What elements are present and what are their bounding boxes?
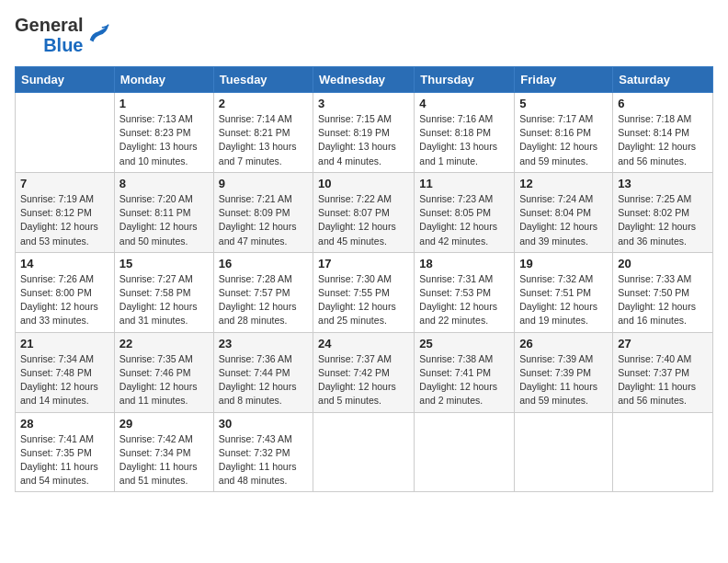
day-info: Sunrise: 7:18 AMSunset: 8:14 PMDaylight:… (618, 112, 708, 168)
day-info: Sunrise: 7:25 AMSunset: 8:02 PMDaylight:… (618, 192, 708, 248)
day-info: Sunrise: 7:42 AMSunset: 7:34 PMDaylight:… (119, 432, 209, 488)
calendar-cell (16, 93, 115, 173)
day-number: 18 (419, 257, 509, 270)
calendar-cell: 9Sunrise: 7:21 AMSunset: 8:09 PMDaylight… (213, 172, 313, 252)
day-info: Sunrise: 7:36 AMSunset: 7:44 PMDaylight:… (219, 352, 308, 408)
calendar-cell: 24Sunrise: 7:37 AMSunset: 7:42 PMDayligh… (313, 332, 415, 412)
day-number: 26 (519, 337, 608, 350)
day-info: Sunrise: 7:30 AMSunset: 7:55 PMDaylight:… (318, 272, 409, 328)
day-number: 30 (219, 417, 308, 431)
page-header: General Blue (15, 15, 713, 55)
day-number: 23 (219, 337, 308, 350)
calendar-cell: 25Sunrise: 7:38 AMSunset: 7:41 PMDayligh… (415, 332, 515, 412)
day-info: Sunrise: 7:21 AMSunset: 8:09 PMDaylight:… (219, 192, 308, 248)
calendar-cell (515, 412, 613, 492)
day-number: 4 (419, 97, 509, 110)
day-number: 28 (20, 417, 109, 431)
calendar-cell: 27Sunrise: 7:40 AMSunset: 7:37 PMDayligh… (613, 332, 713, 412)
calendar-cell: 29Sunrise: 7:42 AMSunset: 7:34 PMDayligh… (114, 412, 213, 492)
day-info: Sunrise: 7:27 AMSunset: 7:58 PMDaylight:… (119, 272, 209, 328)
day-number: 20 (618, 257, 708, 270)
day-number: 11 (419, 177, 509, 190)
weekday-header-wednesday: Wednesday (313, 67, 415, 93)
day-info: Sunrise: 7:22 AMSunset: 8:07 PMDaylight:… (318, 192, 409, 248)
day-number: 9 (219, 177, 308, 190)
day-number: 5 (519, 97, 608, 110)
day-number: 8 (119, 177, 209, 190)
day-number: 13 (618, 177, 708, 190)
calendar-cell: 15Sunrise: 7:27 AMSunset: 7:58 PMDayligh… (114, 252, 213, 332)
day-number: 25 (419, 337, 509, 350)
logo: General Blue (15, 15, 112, 55)
calendar-cell: 17Sunrise: 7:30 AMSunset: 7:55 PMDayligh… (313, 252, 415, 332)
day-number: 2 (219, 97, 308, 110)
weekday-header-friday: Friday (515, 67, 613, 93)
calendar-cell: 16Sunrise: 7:28 AMSunset: 7:57 PMDayligh… (213, 252, 313, 332)
logo-combined: General Blue (15, 15, 112, 55)
calendar-week-5: 28Sunrise: 7:41 AMSunset: 7:35 PMDayligh… (16, 412, 713, 492)
day-info: Sunrise: 7:33 AMSunset: 7:50 PMDaylight:… (618, 272, 708, 328)
calendar-cell: 3Sunrise: 7:15 AMSunset: 8:19 PMDaylight… (313, 93, 415, 173)
calendar-cell: 5Sunrise: 7:17 AMSunset: 8:16 PMDaylight… (515, 93, 613, 173)
weekday-header-thursday: Thursday (415, 67, 515, 93)
day-number: 24 (318, 337, 409, 350)
weekday-header-monday: Monday (114, 67, 213, 93)
calendar-week-2: 7Sunrise: 7:19 AMSunset: 8:12 PMDaylight… (16, 172, 713, 252)
calendar-cell: 19Sunrise: 7:32 AMSunset: 7:51 PMDayligh… (515, 252, 613, 332)
day-info: Sunrise: 7:24 AMSunset: 8:04 PMDaylight:… (519, 192, 608, 248)
day-info: Sunrise: 7:26 AMSunset: 8:00 PMDaylight:… (20, 272, 109, 328)
day-info: Sunrise: 7:32 AMSunset: 7:51 PMDaylight:… (519, 272, 608, 328)
calendar-cell: 8Sunrise: 7:20 AMSunset: 8:11 PMDaylight… (114, 172, 213, 252)
logo-general-text: General (15, 15, 83, 35)
weekday-header-row: SundayMondayTuesdayWednesdayThursdayFrid… (16, 67, 713, 93)
calendar-cell: 6Sunrise: 7:18 AMSunset: 8:14 PMDaylight… (613, 93, 713, 173)
day-number: 17 (318, 257, 409, 270)
day-number: 22 (119, 337, 209, 350)
weekday-header-saturday: Saturday (613, 67, 713, 93)
calendar-cell: 4Sunrise: 7:16 AMSunset: 8:18 PMDaylight… (415, 93, 515, 173)
day-number: 10 (318, 177, 409, 190)
day-info: Sunrise: 7:28 AMSunset: 7:57 PMDaylight:… (219, 272, 308, 328)
day-number: 16 (219, 257, 308, 270)
calendar-cell: 21Sunrise: 7:34 AMSunset: 7:48 PMDayligh… (16, 332, 115, 412)
calendar-cell: 12Sunrise: 7:24 AMSunset: 8:04 PMDayligh… (515, 172, 613, 252)
calendar-cell: 11Sunrise: 7:23 AMSunset: 8:05 PMDayligh… (415, 172, 515, 252)
day-number: 27 (618, 337, 708, 350)
calendar-cell: 14Sunrise: 7:26 AMSunset: 8:00 PMDayligh… (16, 252, 115, 332)
calendar-cell: 30Sunrise: 7:43 AMSunset: 7:32 PMDayligh… (213, 412, 313, 492)
day-info: Sunrise: 7:34 AMSunset: 7:48 PMDaylight:… (20, 352, 109, 408)
logo-bird-icon (86, 22, 112, 48)
day-info: Sunrise: 7:17 AMSunset: 8:16 PMDaylight:… (519, 112, 608, 168)
day-info: Sunrise: 7:37 AMSunset: 7:42 PMDaylight:… (318, 352, 409, 408)
calendar-cell: 18Sunrise: 7:31 AMSunset: 7:53 PMDayligh… (415, 252, 515, 332)
weekday-header-sunday: Sunday (16, 67, 115, 93)
calendar-cell: 7Sunrise: 7:19 AMSunset: 8:12 PMDaylight… (16, 172, 115, 252)
calendar-cell: 13Sunrise: 7:25 AMSunset: 8:02 PMDayligh… (613, 172, 713, 252)
day-info: Sunrise: 7:19 AMSunset: 8:12 PMDaylight:… (20, 192, 109, 248)
day-number: 6 (618, 97, 708, 110)
day-info: Sunrise: 7:35 AMSunset: 7:46 PMDaylight:… (119, 352, 209, 408)
day-number: 1 (119, 97, 209, 110)
calendar-cell (313, 412, 415, 492)
weekday-header-tuesday: Tuesday (213, 67, 313, 93)
day-number: 15 (119, 257, 209, 270)
day-number: 7 (20, 177, 109, 190)
day-number: 21 (20, 337, 109, 350)
day-number: 3 (318, 97, 409, 110)
day-number: 29 (119, 417, 209, 431)
day-info: Sunrise: 7:15 AMSunset: 8:19 PMDaylight:… (318, 112, 409, 168)
calendar-week-3: 14Sunrise: 7:26 AMSunset: 8:00 PMDayligh… (16, 252, 713, 332)
calendar-cell: 1Sunrise: 7:13 AMSunset: 8:23 PMDaylight… (114, 93, 213, 173)
day-info: Sunrise: 7:13 AMSunset: 8:23 PMDaylight:… (119, 112, 209, 168)
day-number: 14 (20, 257, 109, 270)
calendar-week-1: 1Sunrise: 7:13 AMSunset: 8:23 PMDaylight… (16, 93, 713, 173)
calendar-cell: 10Sunrise: 7:22 AMSunset: 8:07 PMDayligh… (313, 172, 415, 252)
calendar-cell (415, 412, 515, 492)
day-info: Sunrise: 7:43 AMSunset: 7:32 PMDaylight:… (219, 432, 308, 488)
day-info: Sunrise: 7:39 AMSunset: 7:39 PMDaylight:… (519, 352, 608, 408)
calendar-cell: 23Sunrise: 7:36 AMSunset: 7:44 PMDayligh… (213, 332, 313, 412)
calendar-cell: 20Sunrise: 7:33 AMSunset: 7:50 PMDayligh… (613, 252, 713, 332)
day-info: Sunrise: 7:40 AMSunset: 7:37 PMDaylight:… (618, 352, 708, 408)
day-number: 19 (519, 257, 608, 270)
day-info: Sunrise: 7:20 AMSunset: 8:11 PMDaylight:… (119, 192, 209, 248)
